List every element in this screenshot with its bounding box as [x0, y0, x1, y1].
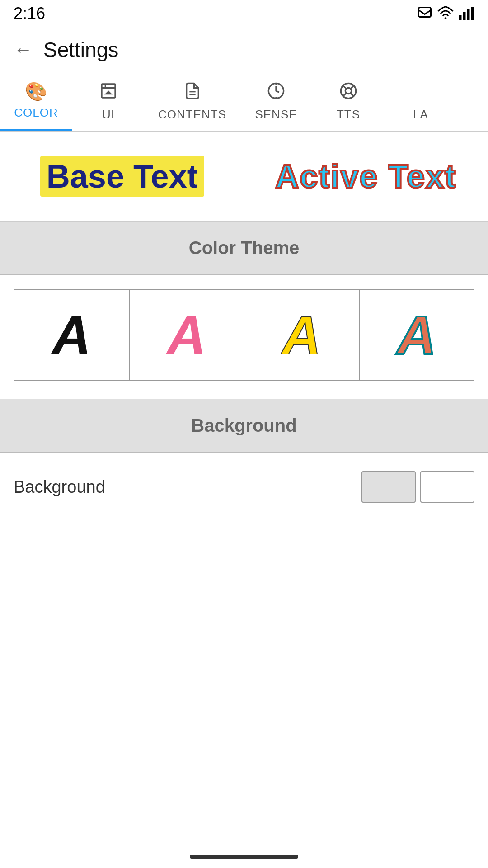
sense-tab-label: SENSE	[255, 108, 297, 122]
tab-tts[interactable]: TTS	[312, 75, 385, 131]
active-text-preview: Active Text	[275, 158, 456, 195]
preview-area: Base Text Active Text	[0, 131, 488, 222]
svg-rect-4	[467, 9, 470, 20]
theme-letter-yellow: A	[282, 308, 321, 362]
svg-rect-2	[459, 15, 462, 20]
base-text-preview: Base Text	[40, 156, 204, 197]
background-title: Background	[191, 415, 296, 435]
svg-rect-5	[471, 7, 474, 20]
tabs-bar: 🎨 COLOR UI CONTENTS SENSE TTS LA	[0, 72, 488, 131]
status-icons	[417, 5, 474, 22]
theme-letter-pink: A	[167, 308, 206, 362]
tab-contents[interactable]: CONTENTS	[145, 75, 240, 131]
page-title: Settings	[43, 38, 118, 62]
sense-tab-icon	[267, 82, 285, 104]
tab-sense[interactable]: SENSE	[240, 75, 312, 131]
tab-ui[interactable]: UI	[72, 75, 145, 131]
header: ← Settings	[0, 27, 488, 72]
background-section-header: Background	[0, 399, 488, 452]
svg-rect-3	[463, 12, 466, 20]
tts-tab-label: TTS	[337, 108, 360, 122]
nav-indicator	[190, 855, 298, 859]
color-theme-title: Color Theme	[189, 238, 299, 258]
color-theme-grid: A A A A	[14, 289, 474, 381]
svg-point-1	[445, 17, 447, 19]
color-theme-divider	[0, 274, 488, 275]
wifi-icon	[437, 5, 454, 22]
notification-icon	[417, 5, 433, 22]
background-row: Background	[0, 453, 488, 521]
la-tab-label: LA	[413, 108, 428, 122]
theme-black[interactable]: A	[14, 290, 130, 380]
swatch-gray[interactable]	[361, 471, 416, 503]
theme-letter-teal: A	[397, 308, 436, 362]
svg-point-11	[345, 88, 351, 94]
swatch-white[interactable]	[420, 471, 474, 503]
theme-pink[interactable]: A	[130, 290, 245, 380]
signal-icon	[458, 5, 474, 22]
status-time: 2:16	[14, 4, 45, 23]
tab-color[interactable]: 🎨 COLOR	[0, 74, 72, 131]
contents-tab-label: CONTENTS	[158, 108, 226, 122]
theme-yellow[interactable]: A	[244, 290, 360, 380]
bottom-nav	[0, 845, 488, 868]
ui-tab-label: UI	[102, 108, 115, 122]
color-theme-section-header: Color Theme	[0, 222, 488, 274]
background-swatches	[361, 471, 474, 503]
ui-tab-icon	[99, 82, 117, 104]
preview-base: Base Text	[0, 132, 244, 221]
preview-active: Active Text	[244, 132, 488, 221]
tab-la[interactable]: LA	[385, 97, 457, 131]
status-bar: 2:16	[0, 0, 488, 27]
theme-teal[interactable]: A	[360, 290, 474, 380]
color-tab-label: COLOR	[14, 106, 58, 120]
background-section: Background Background	[0, 399, 488, 521]
contents-tab-icon	[183, 82, 202, 104]
back-button[interactable]: ←	[14, 40, 33, 59]
color-tab-icon: 🎨	[25, 81, 47, 102]
tts-tab-icon	[339, 82, 357, 104]
background-label: Background	[14, 477, 361, 497]
theme-letter-black: A	[52, 308, 91, 362]
